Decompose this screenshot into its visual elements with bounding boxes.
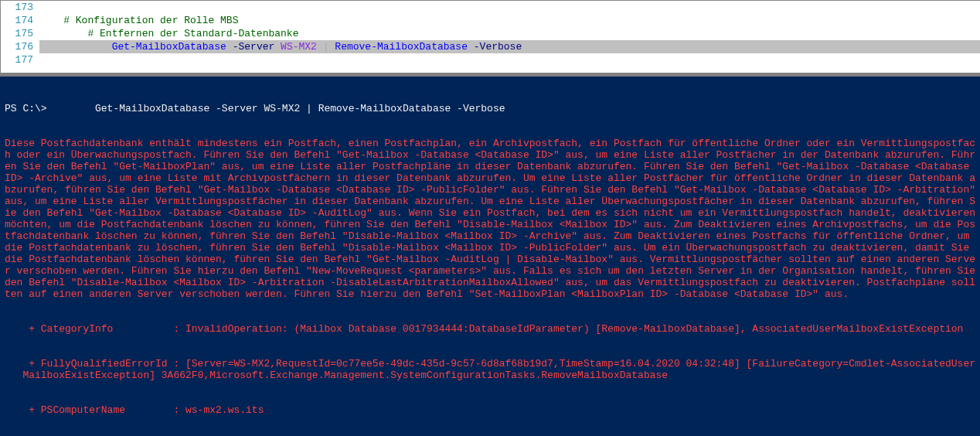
console-error-categoryinfo: + CategoryInfo : InvalidOperation: (Mail… (5, 323, 975, 335)
line-number: 173 (1, 1, 39, 14)
code-line[interactable]: 177 (1, 53, 980, 66)
code-content[interactable] (39, 53, 980, 66)
code-token (317, 41, 323, 53)
console-output-pane[interactable]: PS C:\> Get-MailboxDatabase -Server WS-M… (0, 77, 980, 436)
code-token: -Verbose (474, 41, 522, 53)
script-editor-pane[interactable]: 173174 # Konfiguration der Rolle MBS175 … (0, 0, 980, 73)
line-number: 175 (1, 27, 39, 40)
code-token: | (323, 41, 329, 53)
console-error-pscomputer: + PSComputerName : ws-mx2.ws.its (5, 404, 975, 416)
line-number: 174 (1, 14, 39, 27)
code-token: # Konfiguration der Rolle MBS (63, 15, 238, 26)
code-token (468, 41, 474, 53)
console-error-fqid: + FullyQualifiedErrorId : [Server=WS-MX2… (5, 358, 975, 381)
code-line[interactable]: 173 (1, 1, 980, 14)
console-error-body: Diese Postfachdatenbank enthält mindeste… (5, 138, 975, 300)
code-line[interactable]: 174 # Konfiguration der Rolle MBS (1, 14, 980, 27)
console-prompt-line: PS C:\> Get-MailboxDatabase -Server WS-M… (5, 103, 975, 114)
code-token (274, 41, 281, 53)
code-token (39, 41, 112, 53)
code-token (39, 15, 63, 26)
code-content[interactable]: # Konfiguration der Rolle MBS (39, 14, 980, 27)
code-line[interactable]: 175 # Entfernen der Standard-Datenbanke (1, 27, 980, 40)
code-token (39, 28, 87, 39)
code-token: Get-MailboxDatabase (112, 41, 226, 53)
code-token: # Entfernen der Standard-Datenbanke (87, 28, 298, 39)
code-content[interactable]: Get-MailboxDatabase -Server WS-MX2 | Rem… (39, 40, 980, 53)
code-token: Remove-MailboxDatabase (335, 41, 468, 53)
code-token: WS-MX2 (281, 41, 317, 53)
code-line[interactable]: 176 Get-MailboxDatabase -Server WS-MX2 |… (1, 40, 980, 53)
line-number: 177 (1, 53, 39, 66)
code-token (226, 41, 233, 53)
code-content[interactable] (39, 1, 980, 14)
code-content[interactable]: # Entfernen der Standard-Datenbanke (39, 27, 980, 40)
line-number: 176 (1, 40, 39, 53)
code-token: -Server (233, 41, 275, 53)
